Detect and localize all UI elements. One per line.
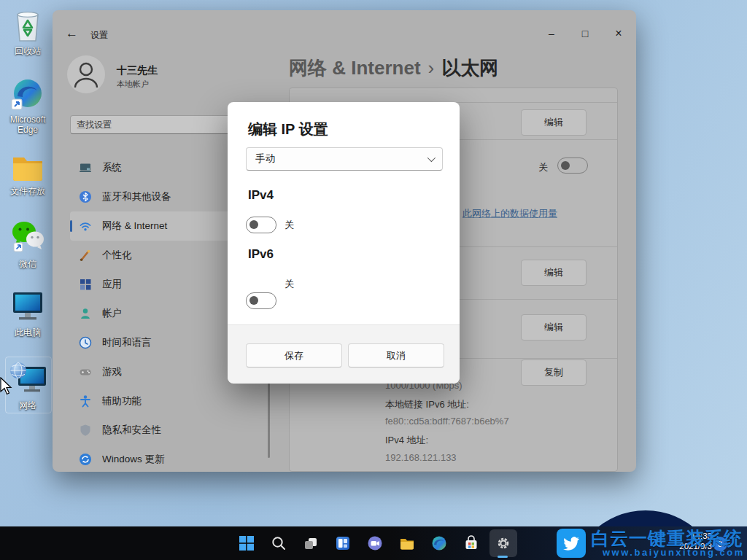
wechat-icon <box>9 219 46 255</box>
shield-icon <box>79 424 92 437</box>
store-icon <box>463 535 479 551</box>
minimize-button[interactable]: – <box>543 28 560 39</box>
breadcrumb-current: 以太网 <box>441 57 498 79</box>
save-button[interactable]: 保存 <box>246 343 342 368</box>
sidebar-item-label: 应用 <box>102 278 122 291</box>
start-icon <box>239 535 255 551</box>
desktop-icon-edge[interactable]: Microsoft Edge <box>1 77 54 135</box>
ipv6-section-label: IPv6 <box>248 247 274 262</box>
bluetooth-icon <box>79 190 92 203</box>
this-pc-icon <box>9 289 46 324</box>
folder-icon <box>10 152 45 182</box>
maximize-button[interactable]: □ <box>576 28 594 39</box>
sidebar-item-label: 时间和语言 <box>102 336 152 349</box>
task-view-button[interactable] <box>297 529 325 557</box>
metered-connection-toggle[interactable] <box>557 158 588 174</box>
widgets-button[interactable] <box>329 529 357 557</box>
user-account-type: 本地帐户 <box>117 79 149 90</box>
active-app-indicator <box>498 556 508 558</box>
sidebar-item-accessibility[interactable]: 辅助功能 <box>70 386 257 416</box>
sidebar-item-label: 游戏 <box>102 365 122 378</box>
ipv4-toggle[interactable] <box>246 217 276 233</box>
desktop-icon-recycle-bin[interactable]: 回收站 <box>1 9 54 56</box>
data-usage-link[interactable]: 此网络上的数据使用量 <box>462 207 557 220</box>
sidebar-item-label: 隐私和安全性 <box>102 424 161 437</box>
breadcrumb: 网络 & Internet›以太网 <box>289 55 498 81</box>
account-icon <box>79 307 92 320</box>
selected-indicator <box>70 220 72 232</box>
recycle-bin-icon <box>12 9 44 42</box>
store-button[interactable] <box>457 529 485 557</box>
dialog-title: 编辑 IP 设置 <box>248 120 328 139</box>
sidebar-item-label: Windows 更新 <box>102 453 165 466</box>
network-icon <box>8 360 47 397</box>
sidebar-item-label: 系统 <box>102 161 122 174</box>
file-explorer-button[interactable] <box>393 529 421 557</box>
desktop-icon-this-pc[interactable]: 此电脑 <box>1 289 54 338</box>
ip-assignment-edit-button[interactable]: 编辑 <box>521 109 587 136</box>
task-view-icon <box>303 535 319 551</box>
search-input[interactable] <box>70 115 251 134</box>
ipv4-address-value: 192.168.121.133 <box>385 452 457 463</box>
breadcrumb-root[interactable]: 网络 & Internet <box>289 57 421 79</box>
system-icon <box>79 161 92 174</box>
watermark-url: www.baiyunxitong.com <box>603 547 745 558</box>
dns-edit-button[interactable]: 编辑 <box>521 260 587 286</box>
sidebar-item-label: 辅助功能 <box>102 394 142 408</box>
metered-toggle-state: 关 <box>538 161 548 174</box>
clock-icon <box>79 336 92 349</box>
edge-icon <box>431 535 447 551</box>
desktop-icon-label: 回收站 <box>1 46 54 56</box>
desktop-icon-label: Microsoft Edge <box>4 114 51 135</box>
dialog-footer: 保存 取消 <box>228 324 460 384</box>
desktop-icon-label: 网络 <box>1 400 54 411</box>
edge-icon <box>10 77 45 112</box>
search-icon <box>271 535 287 551</box>
settings-taskbar-button[interactable] <box>489 529 517 557</box>
ipv6-toggle-state: 关 <box>285 278 294 291</box>
sidebar-item-label: 帐户 <box>102 307 122 320</box>
ipv4-toggle-state: 关 <box>285 219 294 232</box>
start-button[interactable] <box>233 529 260 557</box>
back-button[interactable]: ← <box>66 26 78 41</box>
wifi-icon <box>79 219 92 233</box>
chevron-down-icon <box>427 154 436 162</box>
window-title: 设置 <box>90 29 108 42</box>
ip-mode-dropdown[interactable]: 手动 <box>246 147 443 171</box>
edit-button[interactable]: 编辑 <box>521 314 587 341</box>
toggle-knob <box>249 296 258 305</box>
desktop-icon-label: 文件存放 <box>1 186 54 196</box>
mouse-cursor <box>0 377 13 396</box>
twitter-app-button[interactable] <box>557 529 586 558</box>
widgets-icon <box>335 535 351 551</box>
file-explorer-icon <box>399 535 415 551</box>
accessibility-icon <box>79 394 92 408</box>
user-name: 十三先生 <box>117 64 158 77</box>
edge-button[interactable] <box>425 529 453 557</box>
sidebar-item-label: 蓝牙和其他设备 <box>102 190 171 203</box>
edit-ip-settings-dialog: 编辑 IP 设置 手动 IPv4 关 IPv6 关 保存 取消 <box>228 102 460 383</box>
avatar[interactable] <box>67 55 105 93</box>
taskbar-search-button[interactable] <box>265 529 293 557</box>
ipv6-address-value: fe80::cd5a:bdff:7687:b6eb%7 <box>385 416 509 427</box>
sidebar-item-windows-update[interactable]: Windows 更新 <box>70 445 257 472</box>
desktop-icon-wechat[interactable]: 微信 <box>1 219 54 269</box>
twitter-icon <box>562 534 581 553</box>
desktop-icon-files[interactable]: 文件存放 <box>1 152 54 196</box>
cancel-button[interactable]: 取消 <box>348 343 444 368</box>
sidebar-item-privacy[interactable]: 隐私和安全性 <box>70 416 257 445</box>
desktop-icon-label: 微信 <box>1 259 54 269</box>
apps-icon <box>79 278 92 291</box>
copy-button[interactable]: 复制 <box>521 359 587 386</box>
chat-button[interactable] <box>361 529 389 557</box>
ipv6-toggle[interactable] <box>246 292 276 309</box>
settings-gear-icon <box>495 535 511 551</box>
sidebar-item-label: 网络 & Internet <box>102 219 167 233</box>
close-button[interactable]: × <box>610 27 627 40</box>
ipv6-address-label: 本地链接 IPv6 地址: <box>385 398 469 411</box>
gamepad-icon <box>79 365 92 378</box>
dropdown-value: 手动 <box>255 152 275 166</box>
sidebar-item-label: 个性化 <box>102 249 132 262</box>
toggle-knob <box>561 161 570 170</box>
desktop-icon-label: 此电脑 <box>1 327 54 338</box>
